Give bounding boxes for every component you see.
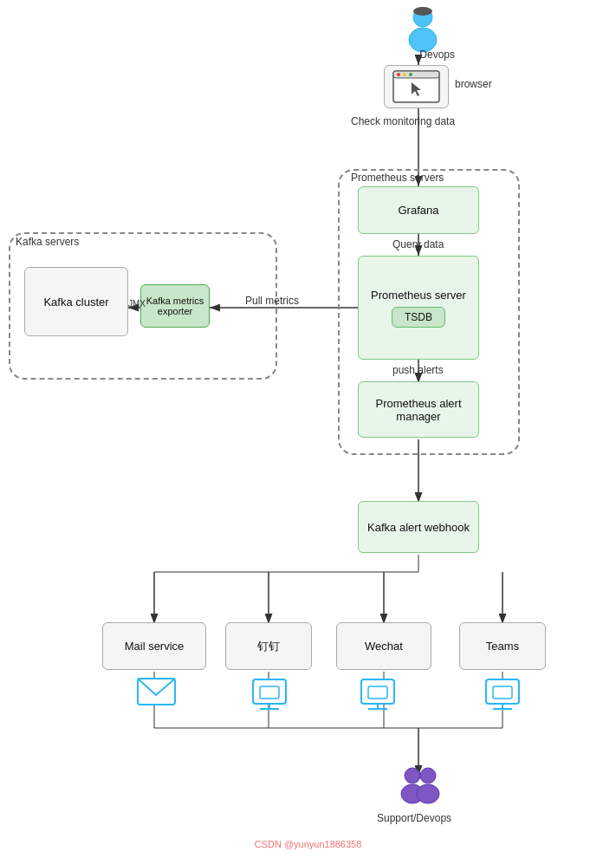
svg-point-43 bbox=[405, 768, 420, 783]
svg-rect-39 bbox=[486, 679, 519, 704]
prometheus-server-node: Prometheus server TSDB bbox=[358, 256, 479, 360]
svg-point-23 bbox=[413, 7, 432, 16]
grafana-node: Grafana bbox=[358, 186, 479, 234]
check-monitoring-label: Check monitoring data bbox=[351, 115, 455, 127]
tsdb-node: TSDB bbox=[392, 307, 445, 328]
svg-point-27 bbox=[403, 73, 406, 76]
kafka-metrics-exporter-node: Kafka metrics exporter bbox=[140, 284, 210, 328]
push-alerts-label: push alerts bbox=[392, 364, 444, 376]
svg-rect-31 bbox=[253, 679, 286, 704]
prometheus-alert-manager-node: Prometheus alert manager bbox=[358, 381, 479, 438]
svg-rect-35 bbox=[361, 679, 394, 704]
watermark: CSDN @yunyun1886358 bbox=[255, 839, 362, 849]
browser-label: browser bbox=[455, 78, 492, 90]
teams-node: Teams bbox=[459, 622, 546, 670]
diagram-container: Devops browser Check monitoring data Pro… bbox=[0, 0, 616, 858]
devops-label: Devops bbox=[419, 49, 455, 61]
mail-service-node: Mail service bbox=[102, 622, 206, 670]
mail-icon bbox=[134, 674, 178, 713]
svg-point-28 bbox=[409, 73, 412, 76]
jmx-label: JMX bbox=[128, 299, 146, 309]
kafka-alert-webhook-node: Kafka alert webhook bbox=[358, 501, 479, 553]
wechat-node: Wechat bbox=[336, 622, 431, 670]
prometheus-servers-label: Prometheus servers bbox=[351, 172, 444, 184]
pull-metrics-label: Pull metrics bbox=[245, 295, 299, 307]
teams-icon bbox=[478, 674, 526, 713]
kafka-cluster-node: Kafka cluster bbox=[24, 267, 128, 336]
wechat-icon bbox=[353, 674, 401, 713]
support-devops-label: Support/Devops bbox=[377, 812, 451, 824]
browser-node bbox=[384, 65, 449, 108]
support-devops-icon bbox=[390, 761, 455, 817]
dingding-node: 钉钉 bbox=[225, 622, 312, 670]
svg-point-46 bbox=[417, 784, 439, 803]
arrows-svg bbox=[0, 0, 616, 858]
devops-icon: Devops bbox=[390, 4, 455, 61]
query-data-label: Query data bbox=[392, 238, 444, 250]
dingding-icon bbox=[245, 674, 293, 713]
svg-point-45 bbox=[420, 768, 436, 783]
svg-point-26 bbox=[397, 73, 400, 76]
kafka-servers-label: Kafka servers bbox=[16, 236, 79, 248]
